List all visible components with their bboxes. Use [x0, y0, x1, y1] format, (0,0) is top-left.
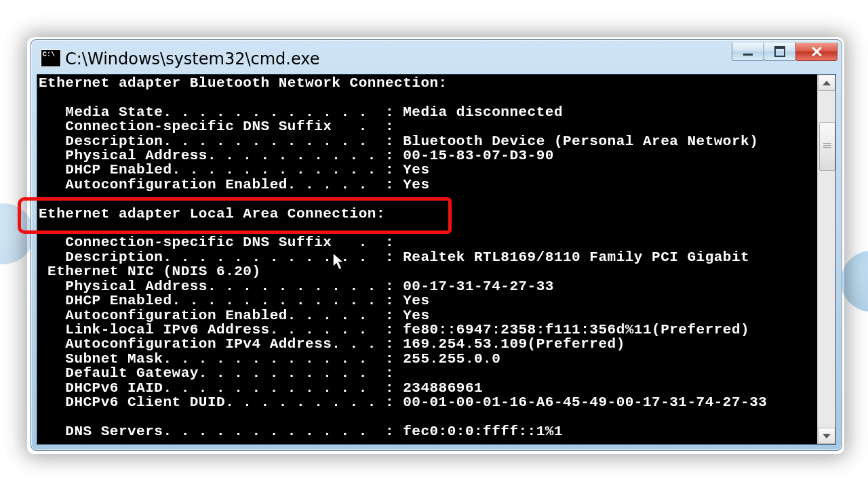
- cmd-window: C:\Windows\system32\cmd.exe Ethernet ada…: [31, 39, 842, 451]
- minimize-icon: [743, 54, 753, 56]
- maximize-icon: [774, 46, 785, 57]
- chevron-up-icon: [823, 81, 831, 85]
- cmd-icon: [41, 49, 61, 67]
- close-icon: [811, 46, 822, 57]
- minimize-button[interactable]: [732, 43, 764, 61]
- close-button[interactable]: [795, 43, 837, 61]
- console-output[interactable]: Ethernet adapter Bluetooth Network Conne…: [37, 75, 816, 444]
- chevron-down-icon: [823, 434, 831, 439]
- scroll-down-button[interactable]: [818, 428, 835, 444]
- window-title: C:\Windows\system32\cmd.exe: [65, 51, 320, 67]
- scroll-thumb[interactable]: [819, 122, 835, 171]
- console-client-area: Ethernet adapter Bluetooth Network Conne…: [37, 74, 836, 445]
- scroll-up-button[interactable]: [818, 75, 835, 91]
- maximize-button[interactable]: [764, 43, 796, 61]
- titlebar[interactable]: C:\Windows\system32\cmd.exe: [31, 40, 842, 73]
- vertical-scrollbar[interactable]: [817, 75, 835, 444]
- window-controls: [732, 41, 837, 62]
- background-orb-right: [841, 251, 868, 312]
